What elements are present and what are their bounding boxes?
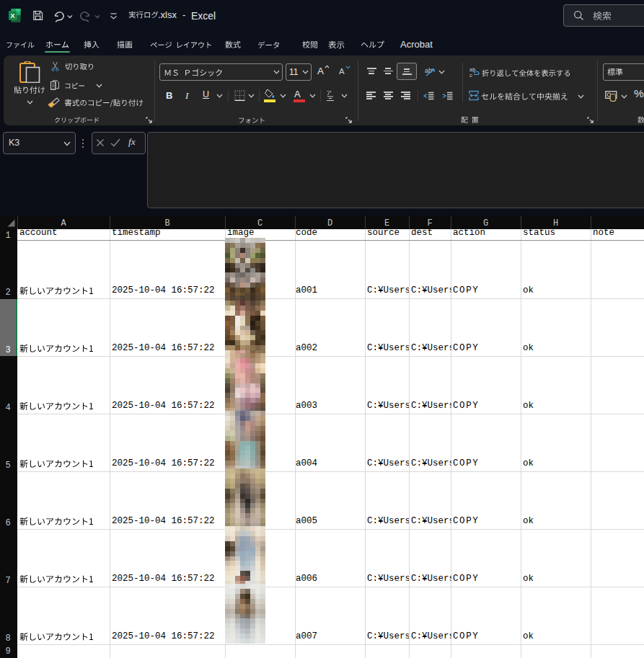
svg-text:X: X (10, 12, 15, 19)
svg-text:ab: ab (425, 67, 432, 74)
svg-text:c: c (469, 72, 472, 78)
